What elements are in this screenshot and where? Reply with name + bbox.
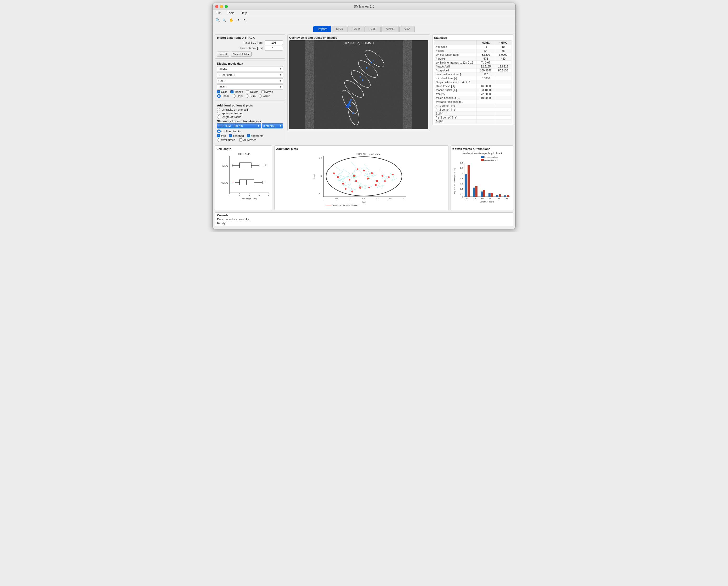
tab-msd[interactable]: MSD [332,26,347,32]
svg-rect-41 [239,163,251,168]
svg-point-8 [370,62,372,63]
cell-select-arrow: ▼ [279,79,282,82]
svg-text:+: + [262,164,264,167]
time-interval-input[interactable] [265,46,283,50]
spots-radio[interactable] [217,112,220,115]
stats-col-minus: −MMC [495,41,512,45]
phase-radio[interactable]: Phase [217,94,230,98]
zoom-out-icon[interactable]: 🔍 [222,17,227,23]
console-line-2: Ready! [217,221,511,225]
table-row: c̄₁ [%] [434,112,512,116]
svg-text:v: v [369,154,370,156]
tab-sda[interactable]: SDA [399,26,415,32]
svg-point-72 [353,175,355,177]
svg-text:100: 100 [497,198,500,200]
svg-point-9 [373,60,374,61]
all-tracks-radio[interactable] [217,108,220,111]
tabs: Import MSD GMM SQD APPD SDA [213,24,515,32]
tab-sqd[interactable]: SQD [365,26,381,32]
pixel-size-input[interactable] [265,40,283,45]
additional-title: Additional options & plots [217,104,283,107]
svg-text:0.6: 0.6 [460,183,463,185]
custom-dropdown[interactable]: CUSTOM : 120 nm ▼ [217,123,261,128]
sum-radio[interactable]: Sum [246,95,256,98]
menu-help[interactable]: Help [239,11,248,16]
table-row: Steps distribution fr... 49 / 51 [434,80,512,84]
svg-text:Avg # of transitions (Total: 6: Avg # of transitions (Total: 66) [453,168,456,194]
tab-import[interactable]: Import [313,26,331,32]
svg-point-81 [337,176,339,178]
series-select[interactable]: 1 - series001 ▼ [217,72,283,77]
dwell-times-checkbox[interactable]: dwell times [217,138,235,142]
svg-point-79 [357,169,358,170]
confined-checkbox[interactable]: ✓ confined [229,134,244,137]
menu-tools[interactable]: Tools [226,11,235,16]
menu-file[interactable]: File [215,11,222,16]
console-content: Data loaded successfully. Ready! [217,218,511,226]
table-row: av. cell length [µm]3.62003.0900 [434,53,512,57]
select-folder-button[interactable]: Select folder [231,52,252,57]
table-row: # tracks676480 [434,57,512,61]
segments-checkbox[interactable]: ✓ segments [247,134,264,137]
movie-checkbox[interactable]: Movie [261,90,273,94]
cursor-icon[interactable]: ↖ [242,17,248,23]
svg-point-76 [371,172,373,174]
dapi-radio[interactable]: Dapi [233,95,243,98]
steps-dropdown[interactable]: 8 step(s) ▼ [262,123,283,128]
stats-section: Statistics +MMC −MMC # movies1110# cells… [432,34,513,125]
table-row: # movies1110 [434,45,512,49]
toolbar: 🔍 🔍 ✋ ↺ ↖ [213,16,515,24]
svg-text:4: 4 [249,194,250,197]
maximize-button[interactable] [225,5,228,8]
tracks-checkbox[interactable]: ✓ Tracks [230,90,243,94]
svg-point-12 [362,79,363,81]
white-radio[interactable]: White [259,95,270,98]
minimize-button[interactable] [220,5,223,8]
confined-tracks-radio[interactable]: confined tracks [217,129,241,133]
stationary-title: Stationary Localization Analysis [217,120,283,123]
svg-text:20: 20 [466,198,468,200]
svg-text:0.8: 0.8 [460,177,463,180]
delete-checkbox[interactable]: Delete [246,90,258,94]
svg-point-18 [345,106,347,107]
svg-rect-125 [483,190,485,197]
svg-rect-126 [491,193,493,197]
svg-point-77 [382,175,383,177]
svg-rect-127 [499,194,501,197]
all-movies-checkbox[interactable]: All Movies [239,138,256,142]
svg-point-75 [349,179,350,180]
close-button[interactable] [215,5,218,8]
import-title: Import data from: U-TRACK [217,36,283,39]
movie-select[interactable]: +MMC ▼ [217,66,283,71]
svg-text:80: 80 [489,198,491,200]
track-select[interactable]: Track 1 ▼ [217,84,283,90]
svg-point-73 [367,178,369,179]
svg-text:0: 0 [323,198,324,200]
tab-appd[interactable]: APPD [381,26,399,32]
svg-point-82 [388,176,390,178]
svg-text:free -> confined: free -> confined [484,156,498,158]
dwell-events-panel: # dwell events & transitions Number of t… [450,146,513,210]
cell-length-title: Cell length [216,147,270,150]
cell-select[interactable]: Cell 1 ▼ [217,78,283,83]
length-radio[interactable] [217,116,220,119]
reset-button[interactable]: Reset [217,52,229,57]
table-row: τ̄₂ (2-comp.) [ms] [434,116,512,120]
tab-gmm[interactable]: GMM [348,26,365,32]
cells-checkbox[interactable]: ✓ Cells [217,90,227,94]
stats-table: +MMC −MMC # movies1110# cells5438av. cel… [434,40,512,124]
time-interval-label: Time Interval [ms] [217,47,264,50]
svg-text:0.5: 0.5 [335,198,338,200]
pan-icon[interactable]: ✋ [228,17,234,23]
free-checkbox[interactable]: ✓ free [217,134,226,137]
svg-point-17 [348,103,350,105]
refresh-icon[interactable]: ↺ [235,17,241,23]
svg-text:120: 120 [504,198,508,200]
svg-text:1.4: 1.4 [460,162,463,164]
svg-rect-123 [468,165,470,197]
cell-image: RecN-YFPv 1 /+MMC [289,40,428,129]
zoom-in-icon[interactable]: 🔍 [215,17,220,23]
svg-text:0: 0 [462,196,463,198]
svg-text:1.5: 1.5 [362,198,365,200]
center-panel: Overlay cells and tracks on images RecN-… [287,34,430,143]
